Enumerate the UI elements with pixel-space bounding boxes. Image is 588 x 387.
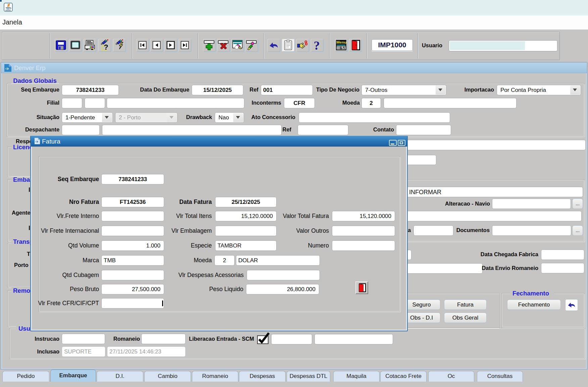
svg-text:?: ? <box>314 39 320 51</box>
svg-text:?: ? <box>104 43 108 51</box>
svg-text:Menu: Menu <box>336 40 346 44</box>
